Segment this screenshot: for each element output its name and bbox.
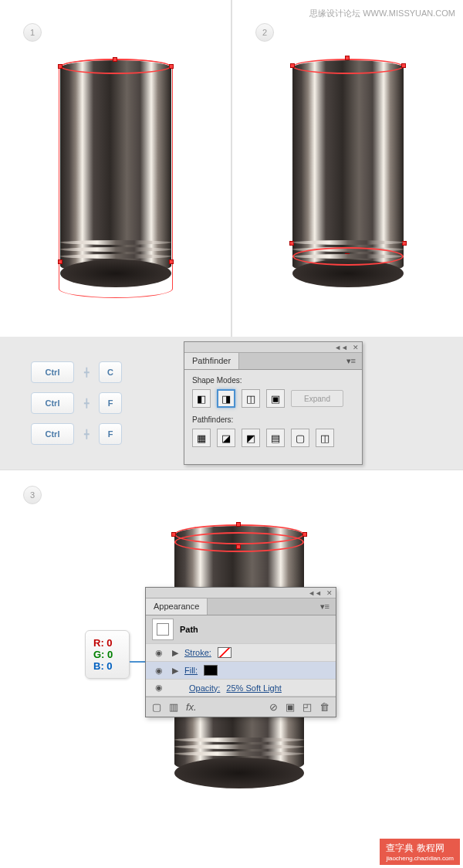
new-icon[interactable]: ◰ <box>302 701 312 713</box>
rgb-values-tooltip: R: 0 G: 0 B: 0 <box>85 630 130 679</box>
step-2-panel: 思缘设计论坛 WWW.MISSYUAN.COM 2 <box>232 0 463 337</box>
f-key: F <box>99 392 122 414</box>
plus-icon: ╋ <box>80 428 93 440</box>
path-header-row: Path <box>146 615 336 644</box>
fill-row[interactable]: ◉ ▶ Fill: <box>146 662 336 680</box>
merge-button[interactable]: ◩ <box>242 429 260 447</box>
panel-menu-icon[interactable]: ▾≡ <box>314 598 336 615</box>
clear-appearance-icon[interactable]: ⊘ <box>269 701 278 713</box>
stroke-swatch-none[interactable] <box>218 647 231 658</box>
outline-button[interactable]: ▢ <box>291 429 309 447</box>
close-icon[interactable]: ✕ <box>353 344 359 351</box>
shortcuts-and-pathfinder-section: Ctrl ╋ C Ctrl ╋ F Ctrl ╋ F ◄◄ ✕ Pathfind… <box>0 337 463 470</box>
stroke-label[interactable]: Stroke: <box>184 648 211 657</box>
ctrl-key: Ctrl <box>31 392 74 414</box>
appearance-panel-footer: ▢ ▥ fx. ⊘ ▣ ◰ 🗑 <box>146 697 336 717</box>
stroke-row[interactable]: ◉ ▶ Stroke: <box>146 644 336 662</box>
ctrl-key: Ctrl <box>31 423 74 445</box>
fill-swatch-black[interactable] <box>204 665 218 676</box>
shortcut-copy: Ctrl ╋ C <box>31 361 122 383</box>
pathfinders-label: Pathfinders: <box>192 415 354 424</box>
expand-arrow-icon[interactable]: ▶ <box>172 666 178 676</box>
minus-back-button[interactable]: ◫ <box>316 429 334 447</box>
intersect-button[interactable]: ◫ <box>242 389 260 408</box>
new-art-icon[interactable]: ▢ <box>152 701 161 713</box>
visibility-icon[interactable]: ◉ <box>152 648 166 658</box>
divide-button[interactable]: ▦ <box>192 429 211 447</box>
plus-icon: ╋ <box>80 397 93 409</box>
footer-watermark: 查字典 教程网 jiaocheng.chazidian.com <box>380 839 460 865</box>
shortcut-paste-front-2: Ctrl ╋ F <box>31 423 122 445</box>
keyboard-shortcuts: Ctrl ╋ C Ctrl ╋ F Ctrl ╋ F <box>31 361 122 445</box>
path-thumbnail <box>152 619 174 640</box>
pathfinder-tab[interactable]: Pathfinder <box>184 353 239 369</box>
expand-arrow-icon[interactable]: ▶ <box>172 648 178 658</box>
appearance-panel: ◄◄ ✕ Appearance ▾≡ Path ◉ ▶ Stroke: ◉ ▶ … <box>145 587 336 717</box>
step-badge-3: 3 <box>23 486 42 504</box>
expand-button[interactable]: Expand <box>291 390 343 407</box>
trim-button[interactable]: ◪ <box>217 429 235 447</box>
watermark-text: 思缘设计论坛 WWW.MISSYUAN.COM <box>309 8 455 19</box>
visibility-icon[interactable]: ◉ <box>152 683 166 693</box>
collapse-icon[interactable]: ◄◄ <box>334 344 348 351</box>
clear-icon[interactable]: ▥ <box>169 701 178 713</box>
opacity-value[interactable]: 25% Soft Light <box>226 683 282 693</box>
path-label: Path <box>180 625 198 634</box>
delete-icon[interactable]: 🗑 <box>319 701 330 713</box>
step-1-panel: 1 <box>0 0 231 337</box>
unite-button[interactable]: ◧ <box>192 389 211 408</box>
cylinder-illustration-2 <box>292 60 404 297</box>
close-icon[interactable]: ✕ <box>326 589 333 597</box>
collapse-icon[interactable]: ◄◄ <box>308 589 322 597</box>
shortcut-paste-front-1: Ctrl ╋ F <box>31 392 122 414</box>
step-badge-2: 2 <box>255 23 274 42</box>
visibility-icon[interactable]: ◉ <box>152 666 166 676</box>
ctrl-key: Ctrl <box>31 361 74 383</box>
shape-modes-label: Shape Modes: <box>192 376 354 385</box>
step-badge-1: 1 <box>23 23 42 42</box>
fx-label[interactable]: fx. <box>186 701 197 713</box>
opacity-label[interactable]: Opacity: <box>189 683 220 693</box>
plus-icon: ╋ <box>80 366 93 378</box>
cylinder-illustration-1 <box>60 60 171 297</box>
opacity-row[interactable]: ◉ Opacity: 25% Soft Light <box>146 680 336 697</box>
appearance-tab[interactable]: Appearance <box>146 598 208 615</box>
minus-front-button[interactable]: ◨ <box>217 389 235 408</box>
panel-menu-icon[interactable]: ▾≡ <box>340 353 362 369</box>
crop-button[interactable]: ▤ <box>266 429 285 447</box>
duplicate-icon[interactable]: ▣ <box>286 701 295 713</box>
pathfinder-panel: ◄◄ ✕ Pathfinder ▾≡ Shape Modes: ◧ ◨ ◫ ▣ … <box>184 341 363 465</box>
c-key: C <box>99 361 122 383</box>
exclude-button[interactable]: ▣ <box>266 389 285 408</box>
f-key: F <box>99 423 122 445</box>
fill-label[interactable]: Fill: <box>184 666 198 675</box>
